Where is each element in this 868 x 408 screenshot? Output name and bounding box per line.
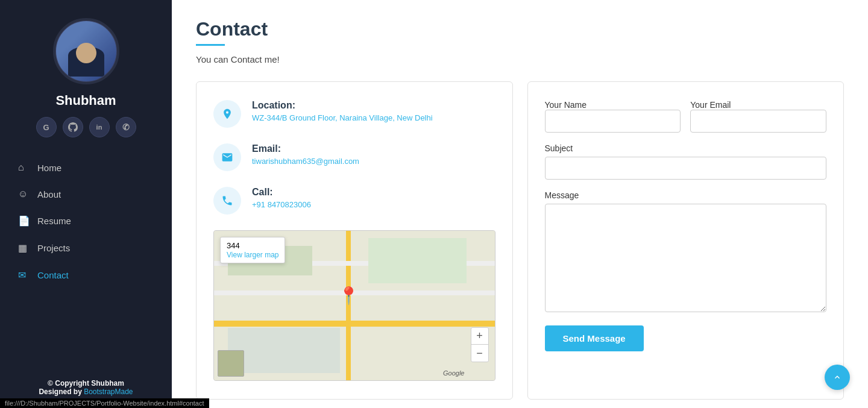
github-icon[interactable] [63,117,83,137]
zoom-in-button[interactable]: + [471,328,488,345]
message-field-group: Message [545,190,827,312]
page-title: Contact [196,18,844,40]
email-field-group: Your Email [690,100,826,133]
status-bar: file:///D:/Shubham/PROJECTS/Portfolio-We… [0,398,209,408]
view-larger-map-link[interactable]: View larger map [227,251,278,259]
mail-icon [221,151,233,163]
email-form-label: Your Email [690,100,826,110]
location-label: Location: [252,100,433,111]
person-icon: ☺ [18,189,30,199]
message-label: Message [545,190,827,200]
sidebar-item-about[interactable]: ☺ About [0,181,172,207]
name-label: Your Name [545,100,681,110]
home-icon: ⌂ [18,162,30,173]
map-road-h2 [214,321,495,327]
call-item: Call: +91 8470823006 [213,187,495,215]
map-area-3 [228,328,340,372]
call-value: +91 8470823006 [252,200,311,209]
page-subtitle: You can Contact me! [196,54,844,64]
chevron-up-icon [832,372,842,382]
contact-info-panel: Location: WZ-344/B Ground Floor, Naraina… [196,81,513,400]
sidebar-item-home[interactable]: ⌂ Home [0,154,172,181]
google-icon[interactable]: G [36,117,57,137]
google-logo: Google [443,369,464,377]
sidebar-item-home-label: Home [37,163,61,173]
linkedin-icon[interactable]: in [89,117,110,137]
name-field-group: Your Name [545,100,681,133]
designed-by-text: Designed by [39,388,84,396]
location-icon-wrap [213,100,241,128]
copyright-text: © Copyright [48,379,91,388]
name-input[interactable] [545,110,681,133]
map-thumbnail [218,350,244,377]
envelope-icon: ✉ [18,269,30,281]
whatsapp-icon[interactable]: ✆ [116,117,136,137]
avatar [53,18,119,84]
subject-input[interactable] [545,157,827,180]
sidebar-item-about-label: About [37,189,61,199]
bootstrap-made-link[interactable]: BootstrapMade [84,388,133,396]
map-container: 344 View larger map 📍 + − Google [213,230,495,381]
map-pin: 📍 [338,286,359,306]
pin-icon [221,108,233,120]
sidebar-name: Shubham [55,93,116,108]
contact-form-panel: Your Name Your Email Subject Message Sen… [527,81,844,400]
name-email-row: Your Name Your Email [545,100,827,133]
location-text: Location: WZ-344/B Ground Floor, Naraina… [252,100,433,122]
email-value: tiwarishubham635@gmail.com [252,157,359,166]
email-text: Email: tiwarishubham635@gmail.com [252,143,359,166]
email-label: Email: [252,143,359,154]
zoom-out-button[interactable]: − [471,345,488,362]
scroll-to-top-button[interactable] [825,365,850,390]
copyright-name: Shubham [91,379,124,388]
document-icon: 📄 [18,215,30,227]
sidebar-item-contact[interactable]: ✉ Contact [0,262,172,289]
title-underline [196,44,225,46]
sidebar-item-resume[interactable]: 📄 Resume [0,207,172,234]
main-content: Contact You can Contact me! Location: WZ… [172,0,868,408]
call-icon-wrap [213,187,241,215]
sidebar-item-projects[interactable]: ▦ Projects [0,234,172,262]
sidebar-item-projects-label: Projects [37,243,70,253]
call-label: Call: [252,187,311,198]
map-area-2 [368,238,467,283]
email-icon-wrap [213,143,241,171]
sidebar: Shubham G in ✆ ⌂ Home ☺ About 📄 Resume ▦… [0,0,172,408]
contact-grid: Location: WZ-344/B Ground Floor, Naraina… [196,81,844,400]
subject-field-group: Subject [545,143,827,180]
email-input[interactable] [690,110,826,133]
sidebar-item-contact-label: Contact [37,270,69,280]
message-textarea[interactable] [545,204,827,312]
social-icons: G in ✆ [36,117,136,137]
location-item: Location: WZ-344/B Ground Floor, Naraina… [213,100,495,128]
nav-menu: ⌂ Home ☺ About 📄 Resume ▦ Projects ✉ Con… [0,154,172,289]
avatar-image [56,21,116,81]
map-zoom-controls: + − [471,327,489,362]
send-message-button[interactable]: Send Message [545,325,644,351]
call-text: Call: +91 8470823006 [252,187,311,209]
grid-icon: ▦ [18,242,30,254]
email-item: Email: tiwarishubham635@gmail.com [213,143,495,171]
sidebar-footer: © Copyright Shubham Designed by Bootstra… [33,379,139,396]
map-bg: 344 View larger map 📍 + − Google [214,231,495,380]
location-value: WZ-344/B Ground Floor, Naraina Village, … [252,113,433,122]
map-road-vertical [346,231,351,380]
sidebar-item-resume-label: Resume [37,216,71,226]
subject-label: Subject [545,143,827,153]
map-popup: 344 View larger map [220,237,285,263]
phone-icon [221,195,233,207]
map-popup-number: 344 [227,241,278,250]
